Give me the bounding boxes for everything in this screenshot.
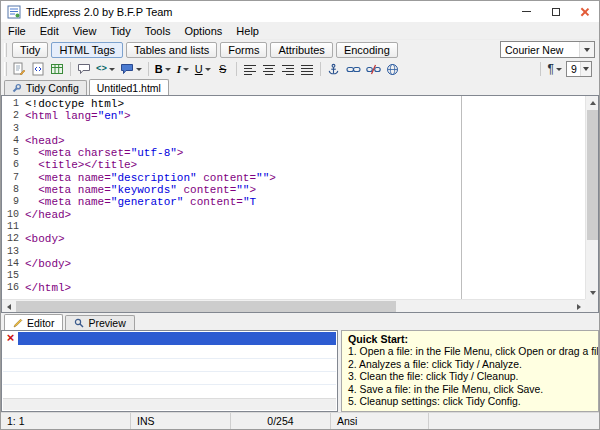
align-justify-button[interactable] xyxy=(298,60,316,78)
selected-message-row[interactable] xyxy=(18,332,336,345)
link-icon xyxy=(346,65,361,74)
pilcrow-button[interactable]: ¶ xyxy=(546,60,564,78)
tab-editor[interactable]: Editor xyxy=(4,314,63,330)
message-list-panel[interactable]: × xyxy=(1,330,338,412)
code-doc-button[interactable] xyxy=(29,60,47,78)
scroll-right-arrow[interactable] xyxy=(572,300,585,313)
code-token: <meta name= xyxy=(38,172,111,184)
code-token: "description" xyxy=(111,172,197,184)
close-icon xyxy=(580,7,590,17)
toolbar: <> B I U S ¶ 9 xyxy=(1,59,599,79)
quote-button[interactable] xyxy=(118,60,144,78)
menu-file[interactable]: File xyxy=(1,22,33,39)
minimize-button[interactable] xyxy=(512,1,541,22)
chevron-down-icon[interactable] xyxy=(109,68,115,71)
menu-bar: FileEditViewTidyToolsOptionsHelp xyxy=(1,22,599,40)
tag-tab-bar: TidyHTML TagsTables and listsFormsAttrib… xyxy=(1,40,599,59)
underline-button[interactable]: U xyxy=(193,60,213,78)
table-doc-button[interactable] xyxy=(48,60,66,78)
comment-button[interactable] xyxy=(75,60,93,78)
insert-tag-button[interactable]: <> xyxy=(94,60,117,78)
underline-icon: U xyxy=(195,64,203,75)
horizontal-scroll-thumb[interactable] xyxy=(16,301,396,312)
chevron-down-icon[interactable] xyxy=(136,68,142,71)
font-size-combo[interactable]: 9 xyxy=(566,61,592,77)
vertical-scrollbar[interactable] xyxy=(585,96,598,299)
anchor-button[interactable] xyxy=(325,60,343,78)
tagtab-forms[interactable]: Forms xyxy=(220,42,267,58)
scroll-up-arrow[interactable] xyxy=(586,96,599,109)
unlink-button[interactable] xyxy=(364,60,383,78)
app-window: { "window": { "title": "TidExpress 2.0 b… xyxy=(0,0,600,430)
code-line: 2<html lang="en"> xyxy=(2,110,585,122)
chevron-down-icon[interactable] xyxy=(556,68,562,71)
quick-start-title: Quick Start: xyxy=(348,333,592,345)
tagtab-attributes[interactable]: Attributes xyxy=(270,42,332,58)
italic-icon: I xyxy=(177,64,181,75)
italic-button[interactable]: I xyxy=(174,60,192,78)
chevron-down-icon[interactable] xyxy=(579,42,594,57)
code-line: 7 <meta name="description" content=""> xyxy=(2,172,585,184)
globe-button[interactable] xyxy=(384,60,402,78)
scroll-left-arrow[interactable] xyxy=(2,300,15,313)
code-line: 6 <title></title> xyxy=(2,159,585,171)
quick-start-panel: Quick Start: 1. Open a file: in the File… xyxy=(341,330,599,412)
status-empty xyxy=(429,413,599,429)
tab-untitled1-html[interactable]: Untitled1.html xyxy=(89,79,169,95)
link-button[interactable] xyxy=(344,60,363,78)
align-justify-icon xyxy=(301,64,313,75)
code-text: <meta charset="utf-8"> xyxy=(25,147,183,159)
scroll-down-arrow[interactable] xyxy=(586,286,599,299)
globe-icon xyxy=(386,63,399,76)
row-divider xyxy=(3,358,336,359)
tab-label: Tidy Config xyxy=(26,82,79,94)
code-text: <head> xyxy=(25,135,65,147)
tab-tidy-config[interactable]: Tidy Config xyxy=(4,80,87,95)
tab-label: Editor xyxy=(27,317,54,329)
maximize-button[interactable] xyxy=(541,1,570,22)
edit-doc-button[interactable] xyxy=(10,60,28,78)
message-list-scrollbar[interactable] xyxy=(3,398,336,410)
menu-options[interactable]: Options xyxy=(177,22,229,39)
tagtab-tables-and-lists[interactable]: Tables and lists xyxy=(126,42,217,58)
toolbar-separator xyxy=(70,62,71,76)
window-title: TidExpress 2.0 by B.F.P Team xyxy=(26,6,173,18)
code-text: <meta name="keywords" content=""> xyxy=(25,184,256,196)
editor-code[interactable]: 1<!doctype html>2<html lang="en">34<head… xyxy=(2,96,585,299)
strikethrough-button[interactable]: S xyxy=(214,60,232,78)
view-tab-bar: EditorPreview xyxy=(1,313,599,330)
align-left-button[interactable] xyxy=(241,60,259,78)
code-token xyxy=(25,172,38,184)
toolbar-gripper[interactable] xyxy=(4,62,7,76)
chevron-down-icon[interactable] xyxy=(580,62,591,76)
horizontal-scrollbar[interactable] xyxy=(2,299,585,312)
tab-preview[interactable]: Preview xyxy=(65,315,134,330)
toolbar-separator xyxy=(540,62,541,76)
close-button[interactable] xyxy=(570,1,599,22)
status-cursor-position: 1: 1 xyxy=(1,413,131,429)
bold-button[interactable]: B xyxy=(153,60,173,78)
align-center-button[interactable] xyxy=(260,60,278,78)
menu-view[interactable]: View xyxy=(66,22,104,39)
chevron-down-icon[interactable] xyxy=(165,68,171,71)
tagtab-html-tags[interactable]: HTML Tags xyxy=(51,42,123,58)
font-family-combo[interactable]: Courier New xyxy=(500,41,595,58)
vertical-scroll-thumb[interactable] xyxy=(587,110,598,240)
chevron-down-icon[interactable] xyxy=(205,68,211,71)
code-token xyxy=(25,196,38,208)
menu-tidy[interactable]: Tidy xyxy=(103,22,137,39)
tagtab-tidy[interactable]: Tidy xyxy=(12,42,48,58)
menu-edit[interactable]: Edit xyxy=(33,22,66,39)
chevron-down-icon[interactable] xyxy=(183,68,189,71)
code-token xyxy=(25,184,38,196)
tagtab-encoding[interactable]: Encoding xyxy=(336,42,398,58)
error-x-icon[interactable]: × xyxy=(4,332,17,345)
toolbar-gripper[interactable] xyxy=(4,43,7,57)
editor-pane[interactable]: 1<!doctype html>2<html lang="en">34<head… xyxy=(1,95,599,313)
menu-help[interactable]: Help xyxy=(229,22,266,39)
code-line: 10</head> xyxy=(2,209,585,221)
align-right-button[interactable] xyxy=(279,60,297,78)
menu-tools[interactable]: Tools xyxy=(138,22,178,39)
wrench-icon xyxy=(12,83,22,93)
quick-start-step: 4. Save a file: in the File Menu, click … xyxy=(348,384,592,397)
